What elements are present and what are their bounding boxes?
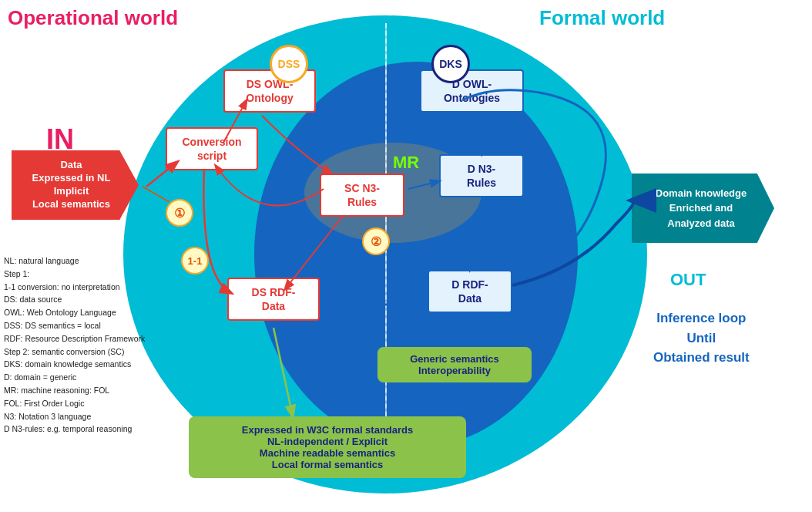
legend-item-3: DS: data source [4,293,145,306]
box-conversion: Conversionscript [166,127,258,170]
legend-item-6: RDF: Resource Description Framework [4,332,145,345]
inner-blue-circle [254,62,578,447]
data-input-arrow: DataExpressed in NLImplicitLocal semanti… [12,150,146,224]
green-bottom-box: Expressed in W3C formal standards NL-ind… [189,416,466,478]
dks-label: DKS [431,45,470,83]
num-1: ① [166,199,193,227]
legend-item-13: D N3-rules: e.g. temporal reasoning [4,423,145,436]
title-operational: Operational world [8,6,178,30]
out-arrow-text: Domain knowledgeEnriched andAnalyzed dat… [656,186,747,231]
green-bottom-line3: Machine readable semantics [204,447,451,459]
out-arrow-shape: Domain knowledgeEnriched andAnalyzed dat… [632,173,774,243]
legend-item-10: MR: machine reasoning: FOL [4,384,145,397]
green-sem-line2: Interoperability [388,365,521,376]
green-sem-line1: Generic semantics [388,353,521,365]
num-2: ② [362,227,390,255]
legend-item-7: Step 2: semantic conversion (SC) [4,345,145,359]
legend-item-11: FOL: First Order Logic [4,397,145,410]
data-arrow-shape: DataExpressed in NLImplicitLocal semanti… [12,150,139,220]
box-d-n3: D N3-Rules [439,154,524,197]
legend-item-2: 1-1 conversion: no interpretation [4,281,145,294]
box-sc-n3: SC N3-Rules [320,173,404,217]
num-1-1: 1-1 [181,247,209,275]
legend-item-8: DKS: domain knowledge semantics [4,358,145,371]
box-ds-rdf: DS RDF-Data [227,278,320,321]
legend-item-0: NL: natural language [4,254,145,268]
out-label: OUT [670,270,706,290]
green-bottom-line1: Expressed in W3C formal standards [204,424,451,436]
mr-label: MR [393,153,419,173]
legend-item-12: N3: Notation 3 language [4,410,145,423]
legend-item-1: Step 1: [4,268,145,281]
legend-item-5: DSS: DS semantics = local [4,319,145,332]
green-bottom-line4: Local formal semantics [204,459,451,470]
legend-item-4: OWL: Web Ontology Language [4,306,145,319]
inference-text: Inference loopUntilObtained result [653,308,750,368]
data-arrow-text: DataExpressed in NLImplicitLocal semanti… [32,159,111,211]
green-semantics-box: Generic semantics Interoperability [377,347,532,382]
box-d-rdf: D RDF-Data [428,270,512,313]
legend-item-9: D: domain = generic [4,371,145,384]
dss-label: DSS [270,45,308,83]
title-formal: Formal world [539,6,665,30]
legend-text: NL: natural language Step 1: 1-1 convers… [4,254,145,436]
diagram-container: Operational world Formal world IN DataEx… [0,0,812,512]
out-arrow: Domain knowledgeEnriched andAnalyzed dat… [632,173,774,243]
green-bottom-line2: NL-independent / Explicit [204,436,451,447]
